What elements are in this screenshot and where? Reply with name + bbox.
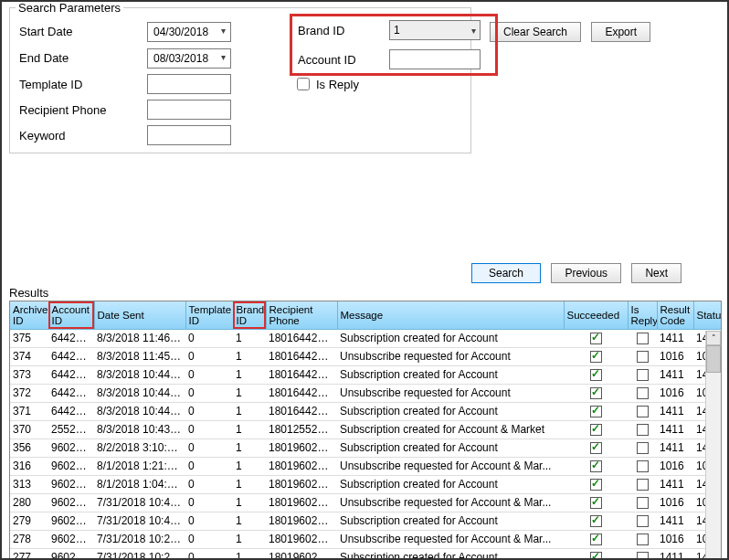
cell-template-id: 0 bbox=[185, 347, 233, 365]
table-row[interactable]: 31396023768/1/2018 1:04:27 ...0118019602… bbox=[10, 475, 722, 493]
cell-succeeded bbox=[564, 457, 628, 475]
checkbox-icon[interactable] bbox=[590, 515, 602, 527]
checkbox-icon[interactable] bbox=[590, 534, 602, 545]
cell-result-code: 1411 bbox=[657, 365, 693, 384]
chevron-down-icon[interactable]: ▾ bbox=[221, 26, 226, 36]
search-button[interactable]: Search bbox=[471, 263, 541, 283]
scroll-up-arrow-icon[interactable]: ˄ bbox=[706, 331, 721, 345]
table-row[interactable]: 27796023767/31/2018 10:25:33011801960237… bbox=[10, 548, 722, 560]
chevron-down-icon[interactable]: ▾ bbox=[471, 26, 476, 36]
cell-recipient-phone: 18019602376 bbox=[266, 475, 337, 493]
cell-is-reply bbox=[628, 493, 657, 512]
checkbox-icon[interactable] bbox=[590, 552, 602, 560]
table-row[interactable]: 37364425868/3/2018 10:44:58...0118016442… bbox=[10, 365, 722, 384]
cell-date-sent: 8/3/2018 11:46:04... bbox=[94, 329, 185, 347]
cell-result-code: 1411 bbox=[657, 475, 693, 493]
cell-recipient-phone: 18019602376 bbox=[266, 548, 337, 560]
cell-is-reply bbox=[628, 402, 657, 420]
table-row[interactable]: 28096023767/31/2018 10:42:47011801960237… bbox=[10, 493, 722, 512]
next-button[interactable]: Next bbox=[631, 263, 681, 283]
checkbox-icon[interactable] bbox=[590, 333, 602, 344]
cell-account-id: 9602376 bbox=[48, 512, 94, 530]
col-template-id[interactable]: Template ID bbox=[185, 301, 233, 329]
checkbox-icon[interactable] bbox=[637, 333, 649, 344]
col-succeeded[interactable]: Succeeded bbox=[564, 301, 628, 329]
table-row[interactable]: 37464425868/3/2018 11:45:53...0118016442… bbox=[10, 347, 722, 365]
clear-search-button[interactable]: Clear Search bbox=[490, 22, 581, 42]
checkbox-icon[interactable] bbox=[637, 552, 649, 560]
start-date-input[interactable] bbox=[147, 22, 231, 42]
cell-brand-id: 1 bbox=[233, 347, 266, 365]
checkbox-icon[interactable] bbox=[590, 497, 602, 509]
table-row[interactable]: 37025523298/3/2018 10:43:50...0118012552… bbox=[10, 420, 722, 438]
recipient-phone-input[interactable] bbox=[147, 100, 231, 120]
table-row[interactable]: 35696023768/2/2018 3:10:39 ...0118019602… bbox=[10, 438, 722, 457]
checkbox-icon[interactable] bbox=[590, 406, 602, 417]
template-id-input[interactable] bbox=[147, 74, 231, 94]
col-account-id[interactable]: Account ID bbox=[48, 301, 94, 329]
col-recipient-phone[interactable]: Recipient Phone bbox=[266, 301, 337, 329]
col-archive-id[interactable]: Archive ID bbox=[10, 301, 48, 329]
cell-is-reply bbox=[628, 512, 657, 530]
checkbox-icon[interactable] bbox=[637, 497, 649, 509]
cell-date-sent: 8/3/2018 10:43:50... bbox=[94, 420, 185, 438]
end-date-input[interactable] bbox=[147, 48, 231, 69]
scroll-thumb[interactable] bbox=[706, 345, 721, 373]
template-id-label: Template ID bbox=[19, 78, 147, 91]
checkbox-icon[interactable] bbox=[590, 424, 602, 436]
cell-is-reply bbox=[628, 329, 657, 347]
checkbox-icon[interactable] bbox=[590, 460, 602, 472]
cell-account-id: 6442586 bbox=[48, 384, 94, 402]
checkbox-icon[interactable] bbox=[637, 406, 649, 417]
checkbox-icon[interactable] bbox=[637, 479, 649, 491]
brand-id-select[interactable]: 1 ▾ bbox=[389, 20, 481, 40]
col-date-sent[interactable]: Date Sent bbox=[94, 301, 185, 329]
cell-is-reply bbox=[628, 475, 657, 493]
checkbox-icon[interactable] bbox=[590, 351, 602, 363]
table-row[interactable]: 37164425868/3/2018 10:44:27...0118016442… bbox=[10, 402, 722, 420]
table-row[interactable]: 27996023767/31/2018 10:42:43011801960237… bbox=[10, 512, 722, 530]
checkbox-icon[interactable] bbox=[590, 369, 602, 381]
checkbox-icon[interactable] bbox=[637, 534, 649, 545]
cell-message: Unsubscribe requested for Account & Mar.… bbox=[337, 530, 564, 548]
account-id-input[interactable] bbox=[389, 49, 481, 69]
checkbox-icon[interactable] bbox=[590, 442, 602, 454]
table-row[interactable]: 37564425868/3/2018 11:46:04...0118016442… bbox=[10, 329, 722, 347]
checkbox-icon[interactable] bbox=[590, 479, 602, 491]
col-brand-id[interactable]: Brand ID bbox=[233, 301, 266, 329]
table-row[interactable]: 27896023767/31/2018 10:25:51011801960237… bbox=[10, 530, 722, 548]
keyword-input[interactable] bbox=[147, 125, 231, 145]
checkbox-icon[interactable] bbox=[637, 424, 649, 436]
cell-account-id: 2552329 bbox=[48, 420, 94, 438]
checkbox-icon[interactable] bbox=[637, 442, 649, 454]
cell-account-id: 6442586 bbox=[48, 365, 94, 384]
cell-archive-id: 374 bbox=[10, 347, 48, 365]
col-status[interactable]: Status bbox=[693, 301, 722, 329]
col-is-reply[interactable]: Is Reply bbox=[628, 301, 657, 329]
is-reply-checkbox[interactable] bbox=[297, 78, 310, 90]
cell-brand-id: 1 bbox=[233, 475, 266, 493]
cell-message: Subscription created for Account bbox=[337, 438, 564, 457]
search-parameters-group: Search Parameters Start Date ▾ Brand ID … bbox=[9, 7, 471, 153]
checkbox-icon[interactable] bbox=[637, 369, 649, 381]
checkbox-icon[interactable] bbox=[637, 387, 649, 399]
cell-date-sent: 7/31/2018 10:42:47 bbox=[94, 493, 185, 512]
export-button[interactable]: Export bbox=[591, 22, 650, 42]
cell-succeeded bbox=[564, 384, 628, 402]
checkbox-icon[interactable] bbox=[590, 387, 602, 399]
table-row[interactable]: 31696023768/1/2018 1:21:59 ...0118019602… bbox=[10, 457, 722, 475]
cell-archive-id: 370 bbox=[10, 420, 48, 438]
cell-date-sent: 8/3/2018 10:44:58... bbox=[94, 365, 185, 384]
col-result-code[interactable]: Result Code bbox=[657, 301, 693, 329]
brand-id-label: Brand ID bbox=[298, 24, 389, 37]
col-message[interactable]: Message bbox=[337, 301, 564, 329]
checkbox-icon[interactable] bbox=[637, 515, 649, 527]
checkbox-icon[interactable] bbox=[637, 460, 649, 472]
cell-is-reply bbox=[628, 548, 657, 560]
table-row[interactable]: 37264425868/3/2018 10:44:36...0118016442… bbox=[10, 384, 722, 402]
vertical-scrollbar[interactable]: ˄ ˅ bbox=[705, 331, 721, 560]
chevron-down-icon[interactable]: ▾ bbox=[221, 52, 226, 62]
previous-button[interactable]: Previous bbox=[551, 263, 621, 283]
results-label: Results bbox=[9, 286, 720, 300]
checkbox-icon[interactable] bbox=[637, 351, 649, 363]
